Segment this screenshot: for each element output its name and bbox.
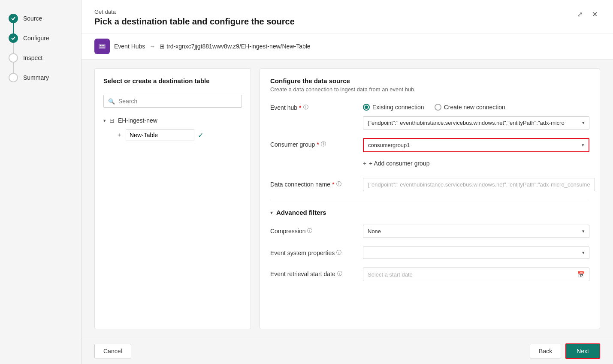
connection-value: {"endpoint":" eventhubinstance.servicebu… (368, 120, 582, 126)
data-connection-label: Data connection name * ⓘ (270, 178, 356, 188)
add-consumer-group-label: + Add consumer group (369, 160, 429, 167)
event-hub-row: Event hub * ⓘ Existing connection (270, 101, 589, 111)
compression-chevron-icon: ▾ (582, 229, 585, 234)
close-button[interactable]: ✕ (589, 9, 600, 20)
consumer-group-dropdown[interactable]: consumergroup1 ▾ (363, 138, 589, 152)
advanced-filters-chevron-icon: ▾ (270, 210, 273, 216)
compression-row: Compression ⓘ None ▾ (270, 225, 589, 238)
config-title: Configure the data source (270, 77, 589, 84)
sidebar-item-inspect[interactable]: Inspect (0, 48, 81, 68)
step-circle-summary (9, 73, 18, 82)
sidebar-label-inspect: Inspect (23, 54, 42, 61)
cancel-button[interactable]: Cancel (94, 344, 131, 358)
event-retrieval-info-icon[interactable]: ⓘ (337, 270, 342, 277)
sidebar-label-source: Source (23, 15, 42, 22)
svg-point-1 (100, 45, 101, 46)
step-circle-configure (9, 33, 18, 43)
back-button[interactable]: Back (530, 344, 561, 358)
svg-rect-0 (99, 44, 106, 49)
add-consumer-group-row: + + Add consumer group (270, 157, 589, 169)
add-consumer-control: + + Add consumer group (363, 157, 589, 169)
search-input[interactable] (118, 98, 237, 105)
next-button[interactable]: Next (565, 343, 600, 359)
compression-label: Compression ⓘ (270, 225, 356, 235)
connection-name-required-star: * (332, 181, 334, 188)
search-icon: 🔍 (108, 98, 115, 105)
connection-dropdown[interactable]: {"endpoint":" eventhubinstance.servicebu… (363, 116, 589, 129)
event-system-control: ▾ (363, 247, 589, 259)
confirm-table-icon[interactable]: ✓ (198, 131, 203, 139)
tree-table-item[interactable]: ＋ ✓ (103, 126, 242, 144)
existing-connection-label: Existing connection (372, 104, 424, 111)
create-new-radio-dot[interactable] (435, 104, 441, 111)
step-circle-inspect (9, 53, 18, 63)
advanced-filters-title: Advanced filters (276, 209, 326, 216)
existing-connection-option[interactable]: Existing connection (363, 104, 424, 111)
advanced-filters-header[interactable]: ▾ Advanced filters (270, 209, 589, 216)
date-placeholder: Select a start date (368, 271, 577, 278)
create-new-connection-option[interactable]: Create new connection (435, 104, 505, 111)
config-subtitle: Create a data connection to ingest data … (270, 86, 589, 93)
sidebar-label-configure: Configure (23, 35, 49, 42)
existing-radio-dot[interactable] (363, 104, 370, 111)
dialog-subtitle: Get data (94, 9, 295, 15)
tree-chevron-icon[interactable]: ▾ (103, 118, 106, 123)
event-hub-info-icon[interactable]: ⓘ (303, 104, 308, 111)
consumer-group-control: consumergroup1 ▾ (363, 138, 589, 152)
event-system-row: Event system properties ⓘ ▾ (270, 247, 589, 259)
connection-name-info-icon[interactable]: ⓘ (336, 180, 341, 188)
footer-right-actions: Back Next (530, 343, 600, 359)
database-icon: ⊟ (109, 117, 115, 124)
left-panel: Select or create a destination table 🔍 ▾… (94, 68, 251, 329)
create-new-label: Create new connection (444, 104, 505, 111)
consumer-required-star: * (317, 141, 319, 148)
breadcrumb-path: ⊞ trd-xgnxc7jjgt881wwv8w.z9/EH-ingest-ne… (160, 43, 310, 50)
left-panel-title: Select or create a destination table (103, 77, 242, 84)
panels-container: Select or create a destination table 🔍 ▾… (82, 60, 613, 338)
svg-point-3 (103, 45, 105, 46)
consumer-group-info-icon[interactable]: ⓘ (321, 141, 326, 148)
right-panel: Configure the data source Create a data … (260, 68, 600, 329)
data-connection-name-input[interactable]: {"endpoint":" eventhubinstance.servicebu… (363, 178, 595, 191)
breadcrumb-arrow: → (149, 43, 155, 50)
data-connection-placeholder-text: {"endpoint":" eventhubinstance.servicebu… (368, 181, 590, 188)
consumer-group-row: Consumer group * ⓘ consumergroup1 ▾ (270, 138, 589, 152)
compression-info-icon[interactable]: ⓘ (307, 227, 312, 235)
event-hub-icon (94, 39, 110, 54)
step-circle-source (9, 14, 18, 23)
event-system-dropdown[interactable]: ▾ (363, 247, 589, 259)
consumer-group-label: Consumer group * ⓘ (270, 138, 356, 148)
event-retrieval-row: Event retrieval start date ⓘ Select a st… (270, 268, 589, 281)
consumer-group-value: consumergroup1 (368, 142, 582, 148)
add-consumer-group-button[interactable]: + + Add consumer group (363, 157, 589, 169)
main-content: Get data Pick a destination table and co… (82, 0, 613, 364)
dialog-header: Get data Pick a destination table and co… (82, 0, 613, 33)
sidebar-item-configure[interactable]: Configure (0, 28, 81, 48)
consumer-group-chevron-icon: ▾ (582, 142, 584, 148)
search-box[interactable]: 🔍 (103, 95, 242, 108)
dialog-title: Pick a destination table and configure t… (94, 17, 295, 27)
event-system-label: Event system properties ⓘ (270, 247, 356, 256)
event-retrieval-label: Event retrieval start date ⓘ (270, 268, 356, 277)
event-system-info-icon[interactable]: ⓘ (336, 249, 341, 256)
compression-value: None (368, 228, 582, 235)
sidebar-item-source[interactable]: Source (0, 9, 81, 28)
svg-point-2 (102, 45, 103, 46)
sidebar-item-summary[interactable]: Summary (0, 68, 81, 87)
add-table-icon[interactable]: ＋ (116, 131, 122, 139)
compression-dropdown[interactable]: None ▾ (363, 225, 589, 238)
event-retrieval-datepicker[interactable]: Select a start date 📅 (363, 268, 589, 281)
data-connection-control: {"endpoint":" eventhubinstance.servicebu… (363, 178, 595, 191)
tree-db-item[interactable]: ▾ ⊟ EH-ingest-new (103, 114, 242, 126)
data-connection-row: Data connection name * ⓘ {"endpoint":" e… (270, 178, 589, 191)
expand-button[interactable]: ⤢ (574, 9, 585, 20)
tree-db-label: EH-ingest-new (118, 117, 157, 124)
footer: Cancel Back Next (82, 338, 613, 364)
breadcrumb-source-name: Event Hubs (114, 43, 145, 50)
required-star: * (299, 104, 301, 111)
compression-control: None ▾ (363, 225, 589, 238)
connection-chevron-icon: ▾ (582, 120, 585, 126)
table-name-input[interactable] (126, 129, 194, 141)
dialog-actions: ⤢ ✕ (574, 9, 600, 20)
connection-select-control: {"endpoint":" eventhubinstance.servicebu… (363, 116, 589, 129)
